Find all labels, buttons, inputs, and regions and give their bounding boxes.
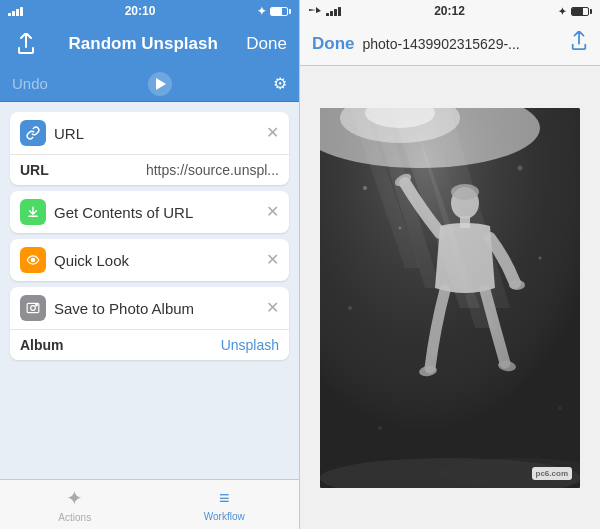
- right-status-right: ✦: [558, 6, 592, 17]
- save-photo-left: Save to Photo Album: [20, 295, 194, 321]
- quick-look-close-button[interactable]: ✕: [266, 252, 279, 268]
- get-contents-close-button[interactable]: ✕: [266, 204, 279, 220]
- save-photo-header: Save to Photo Album ✕: [10, 287, 289, 329]
- tab-workflow[interactable]: ≡ Workflow: [150, 488, 300, 522]
- get-contents-left: Get Contents of URL: [20, 199, 193, 225]
- save-photo-close-button[interactable]: ✕: [266, 300, 279, 316]
- airplane-icon: [308, 6, 322, 16]
- url-action-card: URL ✕ URL https://source.unspl...: [10, 112, 289, 185]
- right-nav-title: photo-1439902315629-...: [355, 36, 571, 52]
- quick-look-icon: [20, 247, 46, 273]
- left-status-left: [8, 7, 23, 16]
- save-photo-action-title: Save to Photo Album: [54, 300, 194, 317]
- left-status-right: ✦: [257, 5, 291, 18]
- save-photo-icon: [20, 295, 46, 321]
- save-photo-action-card: Save to Photo Album ✕ Album Unsplash: [10, 287, 289, 360]
- album-value[interactable]: Unsplash: [221, 337, 279, 353]
- actions-tab-label: Actions: [58, 512, 91, 523]
- right-status-bar: 20:12 ✦: [300, 0, 600, 22]
- right-panel: 20:12 ✦ Done photo-1439902315629-...: [300, 0, 600, 529]
- url-card-left: URL: [20, 120, 84, 146]
- settings-icon[interactable]: ⚙: [273, 74, 287, 93]
- actions-list: URL ✕ URL https://source.unspl...: [0, 102, 299, 479]
- svg-rect-0: [28, 216, 37, 217]
- url-card-header: URL ✕: [10, 112, 289, 154]
- tab-actions[interactable]: ✦ Actions: [0, 486, 150, 523]
- play-icon: [156, 78, 166, 90]
- get-contents-icon: [20, 199, 46, 225]
- nav-title: Random Unsplash: [69, 34, 218, 54]
- watermark: pc6.com: [532, 467, 572, 480]
- svg-point-3: [31, 306, 36, 311]
- tab-bar: ✦ Actions ≡ Workflow: [0, 479, 299, 529]
- url-field-label: URL: [20, 162, 49, 178]
- left-nav-bar: Random Unsplash Done: [0, 22, 299, 66]
- save-photo-card-body: Album Unsplash: [10, 329, 289, 360]
- right-bluetooth-icon: ✦: [558, 6, 566, 17]
- url-field-value[interactable]: https://source.unspl...: [146, 162, 279, 178]
- right-done-button[interactable]: Done: [312, 34, 355, 54]
- done-button[interactable]: Done: [246, 34, 287, 54]
- workflow-tab-label: Workflow: [204, 511, 245, 522]
- svg-point-4: [36, 304, 38, 306]
- album-label: Album: [20, 337, 64, 353]
- right-status-time: 20:12: [434, 4, 465, 18]
- photo-container: pc6.com: [300, 66, 600, 529]
- battery-icon: [270, 7, 291, 16]
- left-status-time: 20:10: [125, 4, 156, 18]
- photo-frame: pc6.com: [320, 108, 580, 488]
- url-card-body: URL https://source.unspl...: [10, 154, 289, 185]
- left-status-bar: 20:10 ✦: [0, 0, 299, 22]
- svg-point-1: [31, 258, 36, 263]
- bluetooth-icon: ✦: [257, 5, 266, 18]
- url-close-button[interactable]: ✕: [266, 125, 279, 141]
- workflow-tab-icon: ≡: [219, 488, 230, 509]
- quick-look-action-card: Quick Look ✕: [10, 239, 289, 281]
- play-button[interactable]: [148, 72, 172, 96]
- quick-look-header: Quick Look ✕: [10, 239, 289, 281]
- url-icon: [20, 120, 46, 146]
- get-contents-action-title: Get Contents of URL: [54, 204, 193, 221]
- right-share-icon[interactable]: [570, 31, 588, 56]
- get-contents-header: Get Contents of URL ✕: [10, 191, 289, 233]
- quick-look-action-title: Quick Look: [54, 252, 129, 269]
- photo-svg: [320, 108, 580, 488]
- right-status-left: [308, 6, 341, 16]
- signal-icon: [8, 7, 23, 16]
- toolbar: Undo ⚙: [0, 66, 299, 102]
- get-contents-action-card: Get Contents of URL ✕: [10, 191, 289, 233]
- right-signal-icon: [326, 7, 341, 16]
- undo-button[interactable]: Undo: [12, 75, 48, 92]
- share-icon[interactable]: [12, 30, 40, 58]
- actions-tab-icon: ✦: [66, 486, 83, 510]
- svg-rect-30: [320, 108, 580, 488]
- url-action-title: URL: [54, 125, 84, 142]
- right-nav-bar: Done photo-1439902315629-...: [300, 22, 600, 66]
- right-battery-icon: [571, 7, 592, 16]
- quick-look-left: Quick Look: [20, 247, 129, 273]
- left-panel: 20:10 ✦ Random Unsplash Done Undo ⚙: [0, 0, 300, 529]
